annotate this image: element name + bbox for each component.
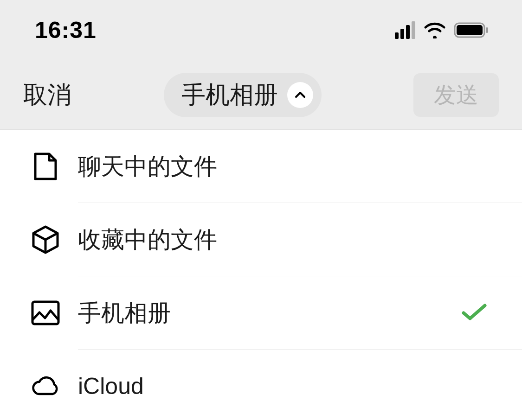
album-selector-dropdown[interactable]: 手机相册 <box>164 73 322 117</box>
menu-item-icloud[interactable]: iCloud <box>0 350 522 420</box>
status-bar: 16:31 <box>0 0 522 60</box>
chevron-up-icon <box>287 82 313 108</box>
source-menu-list: 聊天中的文件 收藏中的文件 手机相册 <box>0 130 522 420</box>
check-icon <box>461 302 488 324</box>
album-selector-label: 手机相册 <box>181 79 278 111</box>
menu-item-label: 聊天中的文件 <box>78 151 491 182</box>
wifi-icon <box>424 22 446 38</box>
svg-rect-3 <box>32 302 58 324</box>
file-icon <box>31 152 60 181</box>
cube-icon <box>31 225 60 255</box>
svg-rect-1 <box>457 25 483 35</box>
menu-item-label: 收藏中的文件 <box>78 224 491 255</box>
menu-item-label: iCloud <box>78 373 491 400</box>
menu-item-phone-album[interactable]: 手机相册 <box>0 276 522 350</box>
menu-item-favorite-files[interactable]: 收藏中的文件 <box>0 203 522 276</box>
cancel-button[interactable]: 取消 <box>23 79 71 111</box>
cellular-signal-icon <box>395 21 415 39</box>
nav-bar: 取消 手机相册 发送 <box>0 60 522 130</box>
status-time: 16:31 <box>35 17 97 44</box>
send-button[interactable]: 发送 <box>413 73 499 117</box>
battery-icon <box>454 22 490 38</box>
menu-item-chat-files[interactable]: 聊天中的文件 <box>0 130 522 203</box>
svg-rect-2 <box>486 27 488 33</box>
cloud-icon <box>31 371 60 401</box>
status-indicators <box>395 21 490 39</box>
menu-item-label: 手机相册 <box>78 298 461 329</box>
image-icon <box>31 298 60 328</box>
